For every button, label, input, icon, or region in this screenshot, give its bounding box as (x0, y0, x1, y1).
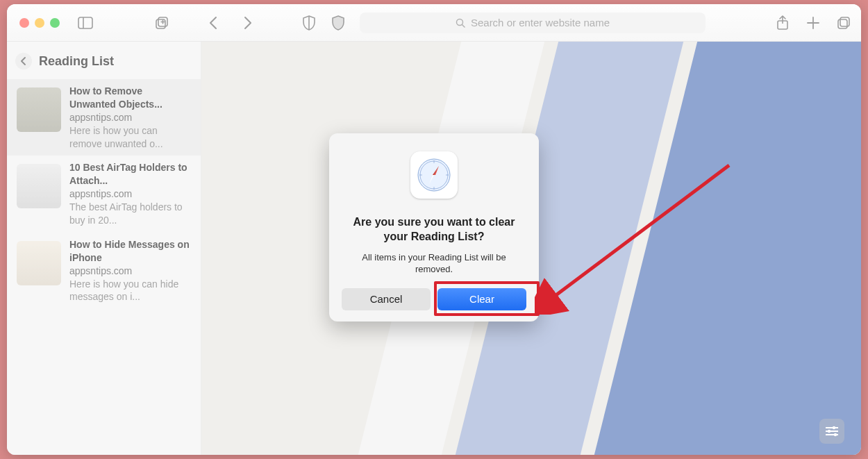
svg-point-18 (828, 430, 831, 433)
clear-button[interactable]: Clear (437, 288, 526, 310)
back-button[interactable] (206, 15, 221, 31)
item-title: 10 Best AirTag Holders to Attach... (69, 161, 191, 187)
sidebar-back-button[interactable] (15, 53, 32, 69)
item-desc: The best AirTag holders to buy in 20... (69, 201, 191, 227)
reading-list-item[interactable]: 10 Best AirTag Holders to Attach... apps… (7, 156, 201, 232)
dialog-title: Are you sure you want to clear your Read… (342, 215, 526, 244)
svg-rect-0 (78, 17, 92, 28)
share-icon[interactable] (775, 15, 790, 31)
new-tab-group-icon[interactable] (154, 15, 169, 31)
safari-app-icon (410, 151, 458, 199)
minimize-window-button[interactable] (35, 18, 44, 28)
toolbar: Search or enter website name (7, 4, 861, 42)
item-site: appsntips.com (69, 187, 191, 201)
clear-reading-list-dialog: Are you sure you want to clear your Read… (329, 133, 539, 322)
svg-point-20 (834, 433, 837, 436)
svg-rect-14 (840, 17, 849, 26)
address-bar[interactable]: Search or enter website name (360, 12, 706, 33)
sidebar-toggle-icon[interactable] (78, 15, 93, 31)
item-desc: Here is how you can hide messages on i..… (69, 278, 191, 304)
reading-list-sidebar: Reading List How to Remove Unwanted Obje… (7, 42, 201, 455)
svg-rect-13 (838, 19, 847, 28)
new-tab-icon[interactable] (806, 15, 821, 31)
sidebar-title: Reading List (39, 54, 114, 69)
nav-group (206, 15, 256, 31)
cancel-button[interactable]: Cancel (342, 288, 431, 310)
item-thumbnail (17, 241, 61, 285)
fullscreen-window-button[interactable] (50, 18, 60, 28)
item-text: How to Remove Unwanted Objects... appsnt… (69, 85, 191, 150)
svg-line-8 (462, 24, 465, 27)
forward-button[interactable] (240, 15, 256, 31)
item-text: How to Hide Messages on iPhone appsntips… (69, 238, 191, 303)
svg-point-16 (833, 426, 835, 429)
item-desc: Here is how you can remove unwanted o... (69, 124, 191, 151)
reading-list: How to Remove Unwanted Objects... appsnt… (7, 79, 201, 455)
dialog-body: All items in your Reading List will be r… (342, 251, 526, 276)
shield-icon[interactable] (301, 15, 317, 31)
reading-list-item[interactable]: How to Remove Unwanted Objects... appsnt… (7, 79, 201, 156)
address-placeholder: Search or enter website name (471, 17, 610, 28)
reading-list-item[interactable]: How to Hide Messages on iPhone appsntips… (7, 233, 201, 309)
privacy-group (301, 15, 346, 31)
dialog-buttons: Cancel Clear (342, 288, 526, 310)
item-site: appsntips.com (69, 265, 191, 278)
item-site: appsntips.com (69, 111, 191, 124)
item-title: How to Remove Unwanted Objects... (69, 85, 191, 111)
right-tools (775, 15, 851, 31)
safari-window: Search or enter website name Reading Lis… (7, 4, 861, 455)
sidebar-header: Reading List (7, 42, 201, 79)
item-thumbnail (17, 87, 61, 132)
window-traffic-lights (7, 18, 60, 28)
close-window-button[interactable] (19, 18, 29, 28)
tabs-overview-icon[interactable] (836, 15, 851, 31)
item-text: 10 Best AirTag Holders to Attach... apps… (69, 161, 191, 226)
svg-rect-2 (156, 19, 165, 28)
privacy-report-icon[interactable] (331, 15, 346, 31)
customize-start-page-icon[interactable] (819, 419, 844, 444)
item-title: How to Hide Messages on iPhone (69, 238, 191, 265)
item-thumbnail (17, 164, 61, 208)
search-icon (456, 18, 465, 28)
